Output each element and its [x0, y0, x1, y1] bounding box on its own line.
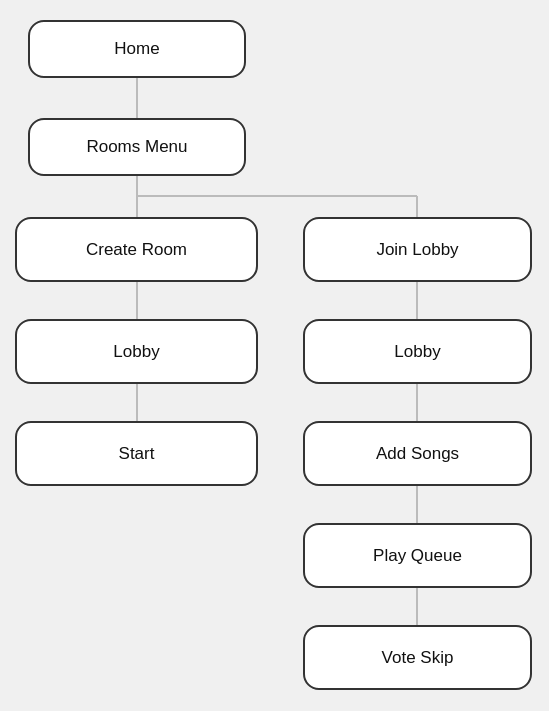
join-lobby-node[interactable]: Join Lobby [303, 217, 532, 282]
rooms-menu-label: Rooms Menu [86, 137, 187, 157]
start-node[interactable]: Start [15, 421, 258, 486]
join-lobby-label: Join Lobby [376, 240, 458, 260]
lobby-right-label: Lobby [394, 342, 440, 362]
create-room-node[interactable]: Create Room [15, 217, 258, 282]
lobby-right-node[interactable]: Lobby [303, 319, 532, 384]
vote-skip-node[interactable]: Vote Skip [303, 625, 532, 690]
start-label: Start [119, 444, 155, 464]
play-queue-node[interactable]: Play Queue [303, 523, 532, 588]
flowchart: Home Rooms Menu Create Room Join Lobby L… [0, 0, 549, 711]
rooms-menu-node[interactable]: Rooms Menu [28, 118, 246, 176]
add-songs-node[interactable]: Add Songs [303, 421, 532, 486]
create-room-label: Create Room [86, 240, 187, 260]
add-songs-label: Add Songs [376, 444, 459, 464]
lobby-left-label: Lobby [113, 342, 159, 362]
lobby-left-node[interactable]: Lobby [15, 319, 258, 384]
home-label: Home [114, 39, 159, 59]
play-queue-label: Play Queue [373, 546, 462, 566]
home-node[interactable]: Home [28, 20, 246, 78]
vote-skip-label: Vote Skip [382, 648, 454, 668]
